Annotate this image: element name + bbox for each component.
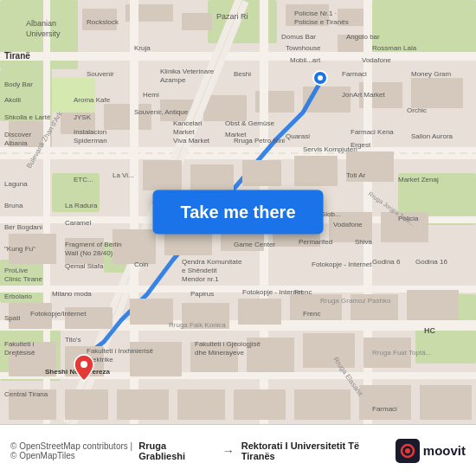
svg-text:Erbolario: Erbolario — [4, 293, 33, 300]
svg-text:Spati: Spati — [4, 314, 20, 322]
svg-rect-40 — [143, 160, 182, 190]
svg-text:Market Zenaj: Market Zenaj — [398, 176, 439, 183]
svg-text:Sallon Aurora: Sallon Aurora — [411, 132, 453, 140]
svg-rect-26 — [411, 78, 463, 108]
svg-text:Obst & Gemüse: Obst & Gemüse — [225, 119, 274, 127]
svg-text:Akolli: Akolli — [4, 96, 21, 104]
svg-text:Tito's: Tito's — [65, 336, 81, 344]
svg-text:Fotokopje/Internet: Fotokopje/Internet — [30, 310, 87, 318]
svg-text:Vodafone: Vodafone — [362, 56, 391, 64]
svg-rect-70 — [117, 389, 169, 420]
svg-text:dhe Minerayeve: dhe Minerayeve — [195, 349, 244, 357]
svg-text:Caramel: Caramel — [65, 219, 91, 227]
svg-text:Aroma Kafe: Aroma Kafe — [74, 96, 111, 104]
svg-rect-75 — [420, 385, 472, 420]
svg-text:Klinika Veterinare: Klinika Veterinare — [160, 68, 215, 75]
svg-text:Instalacion: Instalacion — [74, 128, 106, 136]
svg-text:HC: HC — [424, 326, 435, 335]
svg-rect-73 — [294, 389, 351, 420]
svg-text:"Kung Fu": "Kung Fu" — [4, 245, 35, 253]
svg-text:e Shëndetit: e Shëndetit — [182, 267, 217, 274]
moovit-brand-text: moovit — [423, 443, 466, 458]
svg-text:Mobil...art: Mobil...art — [290, 56, 321, 64]
svg-text:Angolo bar: Angolo bar — [346, 33, 380, 41]
map-attribution: © OpenStreetMap contributors | © OpenMap… — [10, 441, 138, 460]
map-container: Albanian University Rockstock Pazari Ri … — [0, 0, 476, 424]
svg-text:Shiva: Shiva — [355, 238, 373, 246]
svg-text:Pazari Ri: Pazari Ri — [216, 12, 248, 21]
svg-text:Laguna: Laguna — [4, 180, 28, 188]
svg-text:Drejtësisë: Drejtësisë — [4, 349, 35, 357]
svg-rect-29 — [0, 52, 476, 61]
svg-text:Farmaci Kena: Farmaci Kena — [351, 128, 394, 136]
svg-text:Wall (No 28/40): Wall (No 28/40) — [65, 249, 113, 257]
svg-rect-72 — [234, 389, 286, 420]
svg-rect-57 — [238, 299, 281, 325]
svg-text:Kruja: Kruja — [134, 44, 151, 52]
svg-text:Rockstock: Rockstock — [87, 18, 119, 26]
svg-text:Toti Ar: Toti Ar — [346, 171, 366, 179]
svg-text:Clinic Tirane: Clinic Tirane — [4, 275, 43, 283]
svg-rect-66 — [303, 333, 355, 368]
svg-text:Glob...: Glob... — [320, 210, 341, 218]
svg-text:Frenc: Frenc — [303, 310, 320, 318]
route-to-label: Rektorati I Universitetit Të Tiranës — [241, 441, 396, 461]
svg-text:ETC...: ETC... — [74, 176, 93, 183]
svg-text:Vodafone: Vodafone — [333, 221, 363, 228]
svg-rect-41 — [190, 164, 234, 190]
svg-text:Coin: Coin — [134, 261, 148, 268]
svg-text:Viva Market: Viva Market — [173, 137, 210, 145]
svg-text:Policise Nr.1 ·: Policise Nr.1 · — [294, 10, 337, 17]
svg-text:Market: Market — [173, 128, 195, 136]
svg-rect-14 — [182, 13, 212, 30]
svg-text:Shkolla e Lartë: Shkolla e Lartë — [4, 113, 51, 121]
route-arrow-icon: → — [222, 444, 235, 458]
bottom-bar: © OpenStreetMap contributors | © OpenMap… — [0, 424, 476, 476]
svg-text:Qemal Stafa: Qemal Stafa — [65, 262, 104, 270]
svg-rect-69 — [65, 389, 108, 420]
svg-text:University: University — [26, 29, 61, 38]
svg-text:Mendor nr.1: Mendor nr.1 — [182, 275, 219, 283]
svg-text:Ergest: Ergest — [351, 141, 371, 149]
svg-text:Townhouse: Townhouse — [286, 44, 321, 52]
svg-rect-22 — [203, 95, 247, 121]
svg-text:Kancelari: Kancelari — [173, 119, 203, 127]
svg-text:Bruna: Bruna — [4, 202, 23, 209]
svg-text:Rossman Lala: Rossman Lala — [372, 44, 417, 52]
svg-text:Souvenir, Antique: Souvenir, Antique — [134, 108, 189, 116]
svg-text:Beshi: Beshi — [234, 70, 251, 78]
svg-text:Rruga Fuat Toptä...: Rruga Fuat Toptä... — [372, 349, 431, 357]
svg-text:JonArt Market: JonArt Market — [342, 91, 386, 99]
svg-rect-55 — [130, 299, 173, 325]
svg-text:Fakulteti i Gjeologjisë: Fakulteti i Gjeologjisë — [195, 340, 261, 348]
svg-rect-60 — [407, 290, 459, 320]
svg-point-177 — [318, 75, 323, 80]
svg-text:Qendra Komunitate: Qendra Komunitate — [182, 258, 242, 266]
svg-text:Albanian: Albanian — [26, 19, 56, 28]
svg-text:ProLive: ProLive — [4, 267, 29, 274]
svg-text:Rruga Petro Nini: Rruga Petro Nini — [234, 137, 285, 145]
svg-text:Farmaci: Farmaci — [372, 405, 397, 413]
svg-text:Rruga Gramoz Pashko: Rruga Gramoz Pashko — [320, 297, 391, 305]
svg-text:Fotokopje - Internet: Fotokopje - Internet — [312, 261, 372, 268]
svg-text:Orchic: Orchic — [407, 106, 427, 114]
svg-rect-43 — [294, 156, 338, 186]
svg-text:Milano moda: Milano moda — [52, 290, 92, 298]
svg-text:La Radura: La Radura — [65, 202, 98, 209]
svg-text:Godina 16: Godina 16 — [415, 258, 447, 266]
svg-text:Fakulteti i: Fakulteti i — [4, 340, 34, 348]
svg-text:Discover: Discover — [4, 131, 31, 138]
svg-text:Fakulteti i Inxhinierisë: Fakulteti i Inxhinierisë — [87, 347, 153, 355]
svg-text:Godina 6: Godina 6 — [372, 258, 401, 266]
svg-text:La Vi...: La Vi... — [113, 171, 134, 179]
svg-text:Hemi: Hemi — [143, 91, 159, 99]
moovit-icon — [396, 439, 420, 463]
svg-text:Game Center: Game Center — [234, 241, 275, 248]
svg-text:Permarifed: Permarifed — [299, 238, 332, 246]
take-me-there-button[interactable]: Take me there — [152, 190, 323, 235]
route-from-label: Rruga Grablieshi — [138, 441, 215, 461]
svg-text:Servis Kompjuteri: Servis Kompjuteri — [303, 145, 357, 153]
svg-text:Azampe: Azampe — [160, 76, 186, 84]
svg-rect-42 — [242, 160, 281, 186]
svg-rect-71 — [177, 389, 225, 420]
